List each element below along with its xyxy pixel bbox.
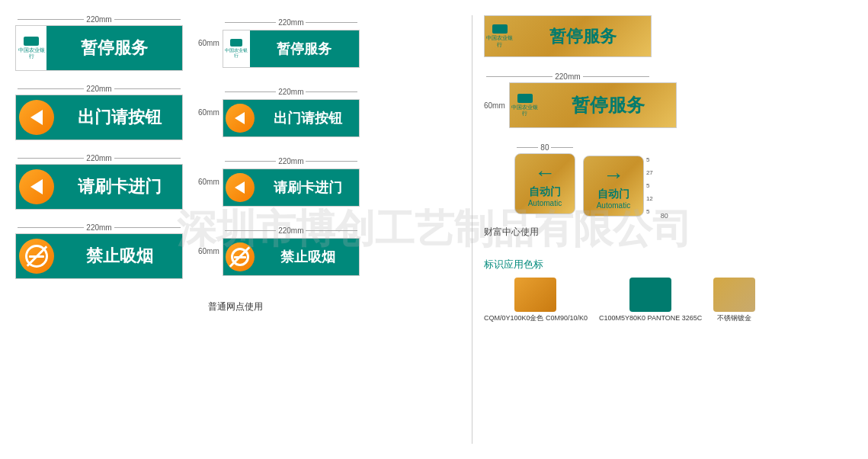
- gold-pause-service-sign-2: 中国农业银行 暂停服务: [509, 82, 677, 128]
- exit-arrow-large: [30, 110, 43, 125]
- bank-logo-area-1: 中国农业银行: [16, 26, 46, 70]
- nosmoking-icon-small: [231, 248, 249, 266]
- nosmoking-text-small: 禁止吸烟: [257, 248, 359, 266]
- dim-220-top-2: 220mm: [15, 85, 183, 93]
- row-card-enter: 220mm 请刷卡进门 60mm 220mm: [15, 154, 456, 210]
- card-arrow-large: [30, 179, 43, 194]
- dim-60-2: 60mm: [198, 108, 219, 117]
- card-small-row: 60mm 220mm 请刷卡进门: [198, 157, 360, 207]
- right-section: 中国农业银行 暂停服务 220mm 60mm 中国农业银行 暂停服务: [472, 8, 868, 451]
- auto-door-main: 80 ← 自动门 Automatic →: [484, 143, 668, 220]
- pause-service-large-sign: 中国农业银行 暂停服务: [15, 25, 183, 71]
- exit-small-sign: 出门请按钮: [223, 99, 360, 137]
- dim-220-label-s2: 220mm: [278, 88, 303, 96]
- card-circle-large: [19, 169, 54, 204]
- pause-service-text-small: 暂停服务: [250, 40, 359, 58]
- dim-tick-5b: 5: [646, 183, 653, 189]
- nosmoking-large-row: 禁止吸烟: [15, 233, 183, 279]
- swatch-orange-label: CQM/0Y100K0金色 C0M90/10/K0: [484, 314, 588, 323]
- bank-name-1: 中国农业银行: [16, 47, 46, 60]
- auto-door-right-with-dims: → 自动门 Automatic 5 27 5 12 5: [583, 156, 653, 217]
- pause-service-large-row: 中国农业银行 暂停服务: [15, 25, 183, 71]
- color-swatches-container: CQM/0Y100K0金色 C0M90/10/K0 C100M5Y80K0 PA…: [484, 278, 857, 323]
- exit-text-small: 出门请按钮: [257, 109, 359, 127]
- swatch-teal-box: [629, 278, 671, 312]
- exit-circle-small: [226, 104, 255, 133]
- cigarette-large: [29, 255, 44, 258]
- swatch-gold-label: 不锈钢镀金: [717, 314, 751, 323]
- auto-door-right-en: Automatic: [597, 201, 630, 210]
- card-text-small: 请刷卡进门: [257, 178, 359, 197]
- dim-60-3: 60mm: [198, 178, 219, 186]
- pause-service-text-large: 暂停服务: [46, 37, 182, 59]
- bank-name-s1: 中国农业银行: [223, 48, 250, 59]
- left-section: 220mm 中国农业银行 暂停服务 60mm: [0, 8, 472, 451]
- auto-door-right-zh: 自动门: [597, 188, 629, 201]
- dim-220-label-4: 220mm: [86, 223, 111, 232]
- color-section-title: 标识应用色标: [484, 258, 857, 271]
- exit-circle-large: [19, 100, 54, 135]
- auto-door-left-arrow: ←: [534, 161, 556, 185]
- dim-80-top: 80: [514, 143, 575, 152]
- row-exit-button: 220mm 出门请按钮 60mm 220mm: [15, 85, 456, 140]
- bank-name-gold-2: 中国农业银行: [510, 104, 540, 117]
- swatch-orange: CQM/0Y100K0金色 C0M90/10/K0: [484, 278, 588, 323]
- dim-220-top-small-3: 220mm: [223, 157, 360, 165]
- bank-logo-gold-2: 中国农业银行: [510, 83, 540, 127]
- nosmoking-icon-large: [25, 245, 48, 268]
- auto-door-right-container: → 自动门 Automatic 5 27 5 12 5: [583, 143, 653, 217]
- dim-220-top-small-1: 220mm: [223, 18, 360, 27]
- nosmoking-circle-large: [19, 239, 54, 274]
- bank-name-gold-1: 中国农业银行: [485, 35, 515, 48]
- pause-service-small-row: 60mm 220mm 中国农业银行 暂停服务: [198, 18, 360, 68]
- card-small-sign: 请刷卡进门: [223, 169, 360, 207]
- dim-220-label-s1: 220mm: [278, 18, 303, 27]
- dim-tick-5: 5: [646, 157, 653, 163]
- pause-service-small-sign: 中国农业银行 暂停服务: [223, 30, 360, 68]
- gold-pause-service-sign-1: 中国农业银行 暂停服务: [484, 15, 652, 57]
- nosmoking-large-group: 220mm 禁止吸烟: [15, 223, 183, 279]
- bank-logo-icon-gold-2: [517, 94, 533, 103]
- bank-logo-icon-1: [24, 37, 39, 46]
- gold-sign-1-container: 中国农业银行 暂停服务: [484, 15, 857, 57]
- dim-220-label-s3: 220mm: [278, 157, 303, 165]
- auto-door-right-arrow: →: [603, 163, 624, 188]
- color-section: 标识应用色标 CQM/0Y100K0金色 C0M90/10/K0 C100M5Y…: [484, 258, 857, 323]
- dim-80-label: 80: [540, 143, 549, 152]
- dim-220-top-3: 220mm: [15, 154, 183, 162]
- gold-pause-text-1: 暂停服务: [515, 25, 651, 48]
- nosmoking-text-large: 禁止吸烟: [57, 245, 182, 268]
- gold-sign-2-row: 60mm 中国农业银行 暂停服务: [484, 82, 677, 128]
- gold-pause-text-2: 暂停服务: [540, 93, 676, 117]
- nosmoking-circle-small: [226, 242, 255, 271]
- dim-80-bottom-container: 80: [661, 143, 668, 220]
- exit-large-group: 220mm 出门请按钮: [15, 85, 183, 140]
- swatch-teal: C100M5Y80K0 PANTONE 3265C: [599, 278, 702, 323]
- card-large-group: 220mm 请刷卡进门: [15, 154, 183, 210]
- dim-tick-5c: 5: [646, 209, 653, 215]
- swatch-teal-label: C100M5Y80K0 PANTONE 3265C: [599, 314, 702, 323]
- dim-220-top-small-2: 220mm: [223, 88, 360, 96]
- dim-80-side-label: 80: [661, 212, 668, 220]
- dim-220-label-s4: 220mm: [278, 226, 303, 235]
- dim-220-label-3: 220mm: [86, 154, 111, 162]
- row-no-smoking: 220mm 禁止吸烟 60mm: [15, 223, 456, 279]
- bank-logo-icon-gold-1: [492, 24, 508, 34]
- bank-logo-area-s1: 中国农业银行: [223, 30, 250, 67]
- dim-220-top-small-4: 220mm: [223, 226, 360, 235]
- swatch-gold-box: [713, 278, 755, 312]
- gold-sign-2-container: 220mm 60mm 中国农业银行 暂停服务: [484, 72, 857, 128]
- dim-tick-12: 12: [646, 196, 653, 202]
- auto-door-left-en: Automatic: [528, 199, 562, 207]
- cigarette-small: [234, 256, 246, 258]
- nosmoking-small-row: 60mm 220mm 禁止吸烟: [198, 226, 360, 276]
- dim-220-top-1: 220mm: [15, 15, 183, 24]
- exit-large-sign: 出门请按钮: [15, 95, 183, 140]
- auto-door-left-sign: ← 自动门 Automatic: [514, 153, 575, 214]
- auto-door-right-sign: → 自动门 Automatic: [583, 156, 644, 217]
- dim-tick-27: 27: [646, 170, 653, 176]
- left-footer: 普通网点使用: [15, 300, 456, 313]
- exit-large-row: 出门请按钮: [15, 95, 183, 140]
- dim-60-gold: 60mm: [484, 101, 505, 110]
- dim-220-top-4: 220mm: [15, 223, 183, 232]
